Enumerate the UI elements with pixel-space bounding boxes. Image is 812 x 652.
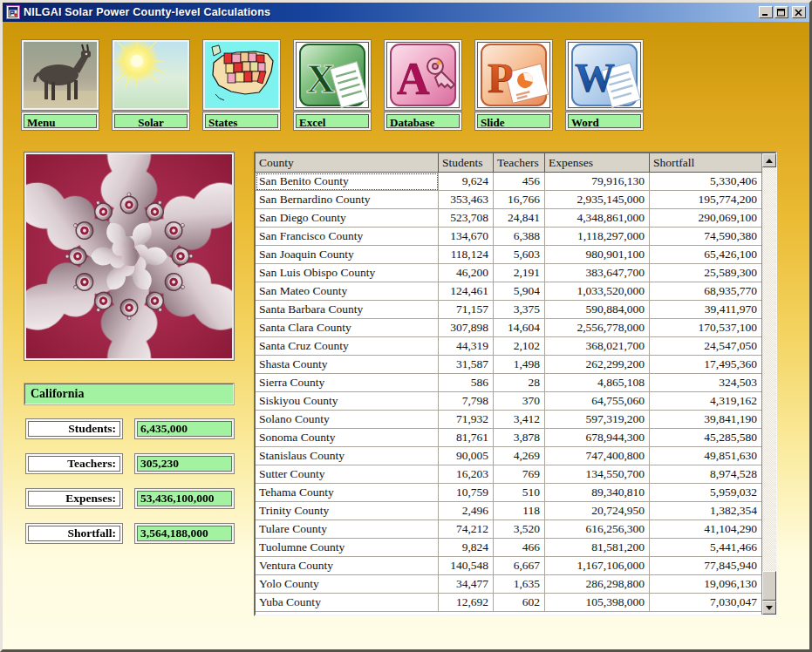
scroll-up-button[interactable] bbox=[762, 153, 776, 167]
value-cell[interactable]: 4,269 bbox=[494, 447, 545, 465]
county-cell[interactable]: Trinity County bbox=[256, 502, 439, 520]
county-cell[interactable]: Tuolumne County bbox=[256, 539, 439, 557]
county-cell[interactable]: Siskiyou County bbox=[256, 392, 439, 411]
value-cell[interactable]: 324,503 bbox=[650, 374, 761, 392]
value-cell[interactable]: 5,959,032 bbox=[650, 484, 761, 502]
table-row[interactable]: Santa Clara County307,89814,6042,556,778… bbox=[256, 319, 761, 337]
table-row[interactable]: Tehama County10,75951089,340,8105,959,03… bbox=[256, 484, 761, 502]
county-cell[interactable]: Santa Cruz County bbox=[256, 337, 439, 356]
table-row[interactable]: San Luis Obispo County46,2002,191383,647… bbox=[256, 264, 761, 282]
value-cell[interactable]: 41,104,290 bbox=[650, 520, 761, 539]
value-cell[interactable]: 90,005 bbox=[439, 447, 494, 465]
county-cell[interactable]: San Diego County bbox=[256, 209, 439, 228]
value-cell[interactable]: 46,200 bbox=[439, 264, 494, 282]
county-cell[interactable]: Santa Barbara County bbox=[256, 301, 439, 319]
value-cell[interactable]: 89,340,810 bbox=[545, 484, 650, 502]
value-cell[interactable]: 1,118,297,000 bbox=[545, 228, 650, 246]
table-row[interactable]: Trinity County2,49611820,724,9501,382,35… bbox=[256, 502, 761, 520]
value-cell[interactable]: 9,624 bbox=[439, 173, 494, 191]
scroll-down-button[interactable] bbox=[762, 601, 776, 615]
value-cell[interactable]: 1,498 bbox=[494, 356, 545, 374]
value-cell[interactable]: 7,030,047 bbox=[650, 594, 761, 612]
value-cell[interactable]: 9,824 bbox=[439, 539, 494, 557]
value-cell[interactable]: 5,603 bbox=[494, 246, 545, 264]
value-cell[interactable]: 5,441,466 bbox=[650, 539, 761, 557]
value-cell[interactable]: 44,319 bbox=[439, 337, 494, 356]
value-cell[interactable]: 368,021,700 bbox=[545, 337, 650, 356]
value-cell[interactable]: 20,724,950 bbox=[545, 502, 650, 520]
value-cell[interactable]: 2,556,778,000 bbox=[545, 319, 650, 337]
value-cell[interactable]: 2,496 bbox=[439, 502, 494, 520]
county-cell[interactable]: Yolo County bbox=[256, 575, 439, 594]
value-cell[interactable]: 39,841,190 bbox=[650, 411, 761, 429]
value-cell[interactable]: 1,167,106,000 bbox=[545, 557, 650, 575]
county-cell[interactable]: Stanislaus County bbox=[256, 447, 439, 465]
value-cell[interactable]: 134,670 bbox=[439, 228, 494, 246]
value-cell[interactable]: 523,708 bbox=[439, 209, 494, 228]
value-cell[interactable]: 4,348,861,000 bbox=[545, 209, 650, 228]
value-cell[interactable]: 4,319,162 bbox=[650, 392, 761, 411]
county-cell[interactable]: Sierra County bbox=[256, 374, 439, 392]
states-button[interactable]: States bbox=[203, 40, 280, 130]
value-cell[interactable]: 456 bbox=[494, 173, 545, 191]
value-cell[interactable]: 134,550,700 bbox=[545, 465, 650, 484]
vertical-scrollbar[interactable] bbox=[761, 153, 776, 615]
value-cell[interactable]: 34,477 bbox=[439, 575, 494, 594]
value-cell[interactable]: 195,774,200 bbox=[650, 191, 761, 209]
maximize-button[interactable] bbox=[774, 6, 788, 18]
table-row[interactable]: San Bernardino County353,46316,7662,935,… bbox=[256, 191, 761, 209]
table-row[interactable]: Santa Barbara County71,1573,375590,884,0… bbox=[256, 301, 761, 319]
table-row[interactable]: Sierra County586284,865,108324,503 bbox=[256, 374, 761, 392]
value-cell[interactable]: 616,256,300 bbox=[545, 520, 650, 539]
value-cell[interactable]: 602 bbox=[494, 594, 545, 612]
value-cell[interactable]: 6,388 bbox=[494, 228, 545, 246]
value-cell[interactable]: 2,102 bbox=[494, 337, 545, 356]
table-row[interactable]: San Mateo County124,4615,9041,033,520,00… bbox=[256, 282, 761, 301]
value-cell[interactable]: 5,330,406 bbox=[650, 173, 761, 191]
value-cell[interactable]: 16,766 bbox=[494, 191, 545, 209]
county-cell[interactable]: Sutter County bbox=[256, 465, 439, 484]
value-cell[interactable]: 1,635 bbox=[494, 575, 545, 594]
value-cell[interactable]: 2,191 bbox=[494, 264, 545, 282]
value-cell[interactable]: 17,495,360 bbox=[650, 356, 761, 374]
county-cell[interactable]: Sonoma County bbox=[256, 429, 439, 447]
value-cell[interactable]: 12,692 bbox=[439, 594, 494, 612]
value-cell[interactable]: 1,382,354 bbox=[650, 502, 761, 520]
county-cell[interactable]: Shasta County bbox=[256, 356, 439, 374]
value-cell[interactable]: 769 bbox=[494, 465, 545, 484]
value-cell[interactable]: 383,647,700 bbox=[545, 264, 650, 282]
value-cell[interactable]: 24,841 bbox=[494, 209, 545, 228]
value-cell[interactable]: 1,033,520,000 bbox=[545, 282, 650, 301]
value-cell[interactable]: 3,375 bbox=[494, 301, 545, 319]
table-row[interactable]: San Diego County523,70824,8414,348,861,0… bbox=[256, 209, 761, 228]
value-cell[interactable]: 353,463 bbox=[439, 191, 494, 209]
value-cell[interactable]: 8,974,528 bbox=[650, 465, 761, 484]
menu-button[interactable]: Menu bbox=[22, 40, 99, 130]
value-cell[interactable]: 16,203 bbox=[439, 465, 494, 484]
value-cell[interactable]: 747,400,800 bbox=[545, 447, 650, 465]
value-cell[interactable]: 307,898 bbox=[439, 319, 494, 337]
slide-button[interactable]: P Slide bbox=[475, 40, 552, 130]
scrollbar-thumb[interactable] bbox=[762, 571, 776, 601]
value-cell[interactable]: 290,069,100 bbox=[650, 209, 761, 228]
value-cell[interactable]: 3,878 bbox=[494, 429, 545, 447]
table-row[interactable]: Tulare County74,2123,520616,256,30041,10… bbox=[256, 520, 761, 539]
table-row[interactable]: Ventura County140,5486,6671,167,106,0007… bbox=[256, 557, 761, 575]
county-cell[interactable]: San Luis Obispo County bbox=[256, 264, 439, 282]
value-cell[interactable]: 3,520 bbox=[494, 520, 545, 539]
value-cell[interactable]: 81,581,200 bbox=[545, 539, 650, 557]
table-row[interactable]: Sutter County16,203769134,550,7008,974,5… bbox=[256, 465, 761, 484]
value-cell[interactable]: 118,124 bbox=[439, 246, 494, 264]
county-cell[interactable]: San Francisco County bbox=[256, 228, 439, 246]
close-button[interactable] bbox=[792, 6, 806, 18]
value-cell[interactable]: 4,865,108 bbox=[545, 374, 650, 392]
value-cell[interactable]: 10,759 bbox=[439, 484, 494, 502]
table-row[interactable]: San Joaquin County118,1245,603980,901,10… bbox=[256, 246, 761, 264]
value-cell[interactable]: 71,932 bbox=[439, 411, 494, 429]
table-row[interactable]: Yuba County12,692602105,398,0007,030,047 bbox=[256, 594, 761, 612]
value-cell[interactable]: 14,604 bbox=[494, 319, 545, 337]
word-button[interactable]: W Word bbox=[566, 40, 643, 130]
database-button[interactable]: A Database bbox=[385, 40, 461, 130]
table-row[interactable]: Siskiyou County7,79837064,755,0604,319,1… bbox=[256, 392, 761, 411]
value-cell[interactable]: 31,587 bbox=[439, 356, 494, 374]
